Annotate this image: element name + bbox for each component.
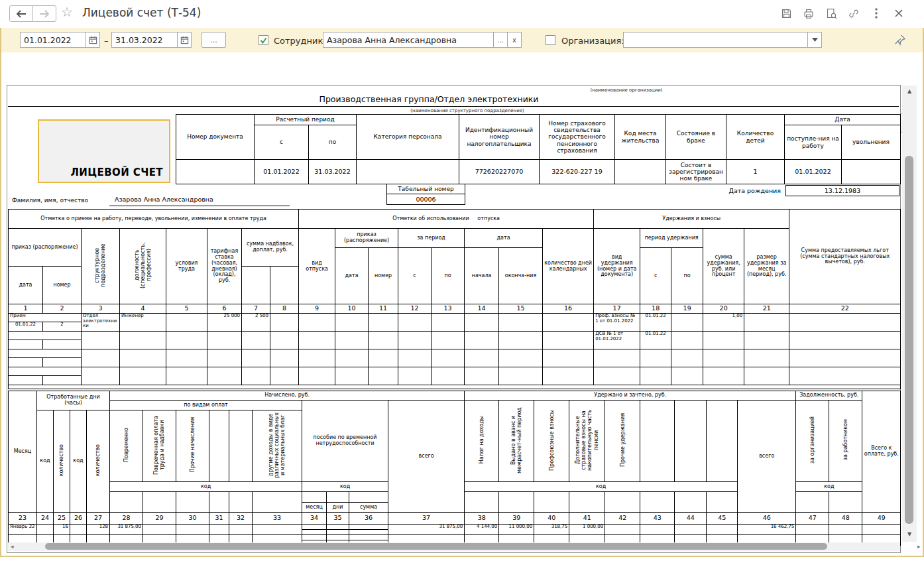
t2-h-withheld-type	[675, 401, 707, 482]
t1-h-struct-label: структурное подразделение	[94, 231, 106, 300]
t1-cell	[432, 314, 465, 332]
t1-cell	[744, 314, 789, 332]
t1-colnum: 9	[299, 304, 335, 314]
t1-cell	[43, 358, 82, 367]
t1-cell	[166, 367, 207, 385]
dropdown-icon	[812, 38, 818, 42]
tab-number-value: 00006	[386, 194, 465, 205]
date-from-field[interactable]	[20, 32, 100, 48]
t2-code-cell	[796, 492, 829, 513]
t2-group-accrued: Начислено, руб.	[110, 391, 465, 401]
t2-colnum: 29	[143, 513, 176, 525]
scroll-left-arrow[interactable]: ◂	[11, 543, 14, 550]
date-to-input[interactable]	[112, 32, 177, 47]
t1-cell: ДСВ № 1 от 01.01.2022	[594, 332, 640, 349]
birth-date-value: 13.12.1983	[785, 185, 899, 196]
t2-colnum: 35	[327, 513, 349, 525]
t2-code-cell	[829, 492, 862, 513]
t2-cell	[349, 530, 388, 535]
t2-h-debt-emp: за работником	[829, 401, 862, 482]
h-snils-label: Номер страхового свидетельства государст…	[540, 115, 615, 160]
t1-h-vac-kind: вид отпуска	[299, 229, 335, 304]
employee-header-table: Номер документа Расчетный период Категор…	[176, 114, 901, 184]
organization-field[interactable]	[623, 32, 822, 48]
t1-cell	[299, 332, 335, 349]
t2-h-sick-month: месяц	[302, 503, 327, 513]
vertical-scrollbar-thumb[interactable]	[905, 156, 913, 524]
t1-cell	[299, 349, 335, 367]
v-hire-date: 01.01.2022	[785, 160, 842, 184]
t2-colnum: 24	[37, 513, 54, 525]
back-button[interactable]	[9, 5, 33, 22]
t2-cell	[829, 525, 862, 535]
favorite-star-icon[interactable]: ☆	[61, 5, 73, 19]
t2-colnum: 34	[302, 513, 327, 525]
t2-cell	[349, 535, 388, 540]
employees-checkbox[interactable]	[259, 35, 268, 45]
t2-h-pay-type-label: другие доходы в виде различных социальны…	[268, 410, 286, 479]
t1-h-order: приказ (распоряжение)	[9, 229, 82, 267]
t1-colnum: 1	[9, 304, 43, 314]
scroll-up-arrow[interactable]: ▲	[902, 88, 917, 94]
horizontal-scrollbar[interactable]: ◂	[8, 542, 900, 551]
scroll-right-arrow[interactable]: ▸	[917, 543, 921, 550]
t2-code-cell	[465, 492, 499, 513]
horizontal-scrollbar-thumb[interactable]	[45, 543, 827, 550]
t2-code-cell	[707, 492, 738, 513]
t1-cell	[465, 314, 499, 332]
t2-colnum: 43	[640, 513, 675, 525]
date-to-calendar-icon[interactable]	[177, 32, 191, 47]
t2-colnum: 25	[54, 513, 70, 525]
more-menu-icon[interactable]	[870, 7, 883, 20]
print-icon[interactable]	[802, 7, 815, 20]
t2-cell: 31 875,00	[110, 525, 143, 535]
save-icon[interactable]	[780, 7, 793, 20]
t1-cell	[594, 349, 640, 367]
t2-code-cell	[229, 492, 253, 513]
employees-clear-button[interactable]: x	[507, 32, 521, 47]
t2-cell	[229, 525, 253, 535]
t2-h-code-row: код	[110, 482, 302, 492]
t2-cell: 1 000,00	[569, 525, 605, 535]
date-from-input[interactable]	[21, 32, 86, 47]
forward-button[interactable]	[32, 5, 56, 22]
v-period-to: 31.03.2022	[309, 160, 357, 184]
t1-h-end: оконча-ния	[499, 248, 543, 304]
t2-h-pay-type: другие доходы в виде различных социальны…	[253, 410, 302, 482]
department-underline	[8, 106, 899, 107]
pin-icon[interactable]	[894, 34, 906, 46]
organization-input[interactable]	[624, 32, 807, 47]
link-icon[interactable]	[847, 7, 860, 20]
t1-h-benefits: Сумма предоставляемых льгот (сумма станд…	[789, 210, 901, 304]
t2-code-cell	[143, 492, 176, 513]
t1-colnum: 10	[335, 304, 369, 314]
t2-h-by-types: по видам оплат	[110, 401, 302, 410]
t1-footer-row	[9, 385, 901, 389]
employees-select-button[interactable]: ...	[493, 32, 507, 47]
date-from-calendar-icon[interactable]	[86, 32, 99, 47]
t1-cell	[207, 367, 242, 385]
report-toolbar: Сформировать Настройки... Σ ? Еще	[0, 52, 924, 85]
organization-dropdown-button[interactable]	[807, 32, 821, 47]
employees-input[interactable]	[323, 32, 493, 47]
t1-group-work: Отметка о приеме на работу, переводе, ув…	[9, 210, 299, 229]
t1-cell	[369, 314, 398, 332]
t2-h-worked: Отработанные дни (часы)	[37, 391, 110, 410]
org-name-caption: (наименование организации)	[464, 88, 789, 93]
t1-colnum: 8	[270, 304, 299, 314]
preview-icon[interactable]	[825, 7, 838, 20]
t1-cell	[432, 332, 465, 349]
vertical-scrollbar[interactable]: ▲ ▼	[902, 86, 917, 542]
date-to-field[interactable]	[111, 32, 192, 48]
t1-cell	[9, 376, 43, 385]
close-icon[interactable]	[892, 7, 905, 20]
t2-h-withheld-type-label: Налог на доходы	[479, 416, 485, 464]
t1-cell	[703, 332, 744, 349]
t1-cell: 01.01.22	[640, 332, 671, 349]
employees-field[interactable]: ... x	[323, 32, 522, 48]
period-options-button[interactable]: ...	[202, 32, 226, 48]
organization-checkbox[interactable]	[546, 35, 555, 45]
scroll-down-arrow[interactable]: ▼	[902, 531, 917, 537]
t1-cell	[270, 367, 299, 385]
t1-cell	[398, 349, 432, 367]
